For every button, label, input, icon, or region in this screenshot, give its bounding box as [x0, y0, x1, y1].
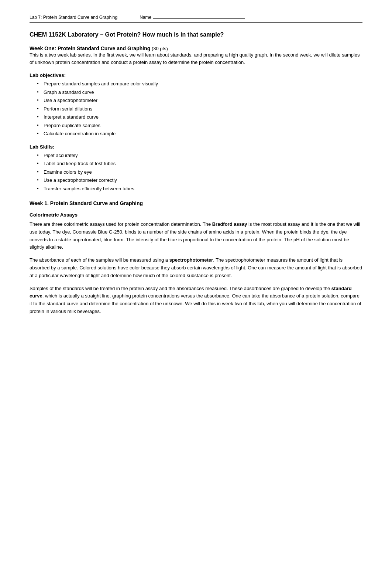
colorimetric-paragraph3: Samples of the standards will be treated…	[30, 285, 362, 316]
para2-bold: spectrophotometer	[169, 257, 213, 263]
list-item: Use a spectrophotometer	[37, 97, 362, 104]
lab-objectives-section: Lab objectives: Prepare standard samples…	[30, 72, 362, 137]
week-one-heading: Week One: Protein Standard Curve and Gra…	[30, 45, 362, 51]
list-item: Calculate concentration in sample	[37, 130, 362, 137]
header-name-field: Name	[140, 15, 245, 20]
list-item: Pipet accurately	[37, 152, 362, 159]
header-name-label: Name	[140, 15, 151, 20]
lab-objectives-heading: Lab objectives:	[30, 72, 362, 78]
header-name-underline[interactable]	[153, 18, 245, 19]
list-item: Prepare standard samples and compare col…	[37, 80, 362, 88]
para1-pre: There are three colorimetric assays used…	[30, 221, 212, 227]
colorimetric-section: Colorimetric Assays There are three colo…	[30, 212, 362, 316]
week1-section: Week 1. Protein Standard Curve and Graph…	[30, 200, 362, 316]
para1-bold: Bradford assay	[212, 221, 247, 227]
list-item: Use a spectrophotometer correctly	[37, 177, 362, 184]
main-title: CHEM 1152K Laboratory – Got Protein? How…	[30, 31, 362, 38]
colorimetric-paragraph2: The absorbance of each of the samples wi…	[30, 256, 362, 279]
header: Lab 7: Protein Standard Curve and Graphi…	[30, 15, 362, 23]
week1-heading: Week 1. Protein Standard Curve and Graph…	[30, 200, 362, 206]
week-one-section: Week One: Protein Standard Curve and Gra…	[30, 45, 362, 66]
list-item: Examine colors by eye	[37, 169, 362, 176]
page: Lab 7: Protein Standard Curve and Graphi…	[0, 0, 392, 575]
para2-pre: The absorbance of each of the samples wi…	[30, 257, 169, 263]
list-item: Graph a standard curve	[37, 89, 362, 96]
colorimetric-paragraph1: There are three colorimetric assays used…	[30, 221, 362, 251]
list-item: Label and keep track of test tubes	[37, 160, 362, 167]
colorimetric-heading: Colorimetric Assays	[30, 212, 362, 218]
para3-pre: Samples of the standards will be treated…	[30, 286, 331, 291]
para3-post: , which is actually a straight line, gra…	[30, 293, 361, 314]
lab-skills-section: Lab Skills: Pipet accurately Label and k…	[30, 144, 362, 193]
header-lab-title: Lab 7: Protein Standard Curve and Graphi…	[30, 15, 117, 20]
lab-skills-list: Pipet accurately Label and keep track of…	[30, 152, 362, 193]
list-item: Perform serial dilutions	[37, 105, 362, 113]
lab-skills-heading: Lab Skills:	[30, 144, 362, 150]
week-one-points: (30 pts)	[152, 46, 168, 51]
list-item: Prepare duplicate samples	[37, 122, 362, 129]
week-one-title: Week One: Protein Standard Curve and Gra…	[30, 45, 150, 51]
list-item: Interpret a standard curve	[37, 113, 362, 121]
lab-objectives-list: Prepare standard samples and compare col…	[30, 80, 362, 137]
week-one-intro: This is a two week lab series. In the fi…	[30, 51, 362, 66]
list-item: Transfer samples efficiently between tub…	[37, 185, 362, 193]
